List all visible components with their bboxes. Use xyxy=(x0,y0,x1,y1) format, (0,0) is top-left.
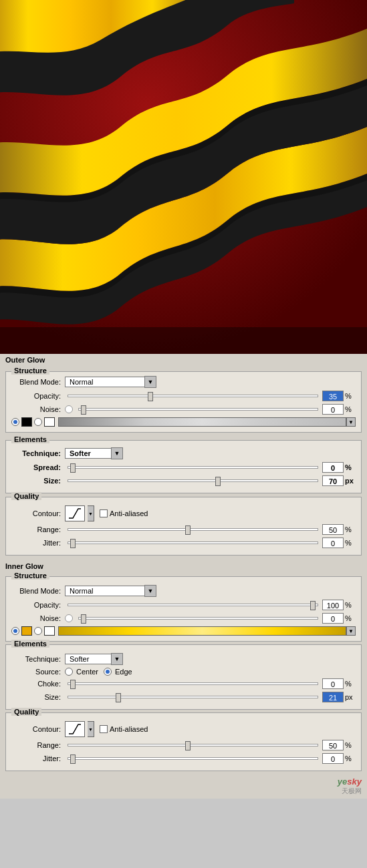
inner-glow-quality-label: Quality xyxy=(11,708,41,716)
inner-glow-opacity-row: Opacity: 100 % xyxy=(11,600,356,610)
edge-radio[interactable] xyxy=(104,668,112,676)
jitter-slider[interactable] xyxy=(68,541,318,544)
watermark-sky: sky xyxy=(347,777,362,787)
inner-technique-arrow[interactable]: ▼ xyxy=(111,653,123,665)
inner-noise-slider[interactable] xyxy=(78,617,318,620)
gradient-arrow-inner[interactable]: ▼ xyxy=(346,626,356,636)
opacity-value[interactable]: 35 xyxy=(322,391,344,401)
outer-glow-technique-row: Technique: Softer ▼ xyxy=(11,447,356,459)
outer-glow-structure-label: Structure xyxy=(11,367,49,375)
inner-range-unit: % xyxy=(345,741,356,749)
color-swatch-white[interactable] xyxy=(44,417,55,427)
inner-glow-structure-label: Structure xyxy=(11,572,49,580)
inner-technique-value[interactable]: Softer xyxy=(65,654,112,664)
center-radio-group[interactable]: Center xyxy=(65,668,98,676)
spread-value[interactable]: 0 xyxy=(322,462,344,473)
contour-label: Contour: xyxy=(11,509,65,517)
inner-jitter-unit: % xyxy=(345,754,356,763)
inner-jitter-slider[interactable] xyxy=(68,757,318,760)
noise-value[interactable]: 0 xyxy=(322,404,344,415)
inner-contour-arrow[interactable]: ▼ xyxy=(88,721,94,737)
technique-dropdown-wrapper[interactable]: Softer ▼ xyxy=(65,447,123,459)
inner-size-slider[interactable] xyxy=(68,696,318,698)
inner-glow-blend-mode-row: Blend Mode: Normal ▼ xyxy=(11,585,356,597)
anti-aliased-checkbox[interactable] xyxy=(100,509,108,517)
inner-color-radio-1[interactable] xyxy=(11,627,19,635)
outer-glow-color-row: ▼ xyxy=(11,417,356,427)
inner-opacity-slider[interactable] xyxy=(68,604,318,606)
inner-color-radio-2[interactable] xyxy=(34,627,42,635)
inner-glow-source-row: Source: Center Edge xyxy=(11,668,356,676)
inner-noise-label: Noise: xyxy=(11,614,65,622)
range-unit: % xyxy=(345,525,356,533)
inner-anti-aliased-checkbox[interactable] xyxy=(100,725,108,733)
spread-slider[interactable] xyxy=(68,466,318,469)
inner-jitter-label: Jitter: xyxy=(11,754,65,763)
choke-value[interactable]: 0 xyxy=(322,678,344,689)
contour-control[interactable]: ▼ xyxy=(65,505,94,521)
svg-rect-1 xyxy=(0,327,367,354)
inner-opacity-unit: % xyxy=(345,601,356,609)
jitter-value[interactable]: 0 xyxy=(322,537,344,548)
gradient-arrow-outer[interactable]: ▼ xyxy=(346,417,356,427)
inner-blend-mode-value[interactable]: Normal xyxy=(65,586,145,596)
outer-glow-noise-row: Noise: 0 % xyxy=(11,404,356,415)
technique-arrow[interactable]: ▼ xyxy=(111,447,123,459)
range-slider[interactable] xyxy=(68,528,318,531)
watermark-area: yesky 天极网 xyxy=(0,774,367,799)
inner-color-swatch-white[interactable] xyxy=(44,626,55,636)
inner-glow-structure-group: Structure Blend Mode: Normal ▼ Opacity: … xyxy=(5,576,362,642)
size-label: Size: xyxy=(11,477,65,485)
gradient-bar-outer[interactable] xyxy=(58,417,346,427)
outer-glow-blend-mode-row: Blend Mode: Normal ▼ xyxy=(11,376,356,388)
noise-slider[interactable] xyxy=(78,408,318,411)
color-radio-1[interactable] xyxy=(11,418,19,426)
inner-noise-value[interactable]: 0 xyxy=(322,613,344,624)
center-radio[interactable] xyxy=(65,668,73,676)
inner-color-swatch-gold[interactable] xyxy=(21,626,32,636)
inner-glow-choke-row: Choke: 0 % xyxy=(11,678,356,689)
size-value[interactable]: 70 xyxy=(322,475,344,486)
noise-icon xyxy=(65,405,73,413)
inner-opacity-value[interactable]: 100 xyxy=(322,600,344,610)
size-slider[interactable] xyxy=(68,479,318,482)
outer-glow-range-row: Range: 50 % xyxy=(11,524,356,535)
size-unit: px xyxy=(345,477,356,485)
inner-size-unit: px xyxy=(345,693,356,701)
blend-mode-dropdown-wrapper[interactable]: Normal ▼ xyxy=(65,376,156,388)
inner-technique-dropdown[interactable]: Softer ▼ xyxy=(65,653,123,665)
inner-blend-mode-dropdown[interactable]: Normal ▼ xyxy=(65,585,156,597)
inner-size-value[interactable]: 21 xyxy=(322,692,344,702)
range-value[interactable]: 50 xyxy=(322,524,344,535)
inner-range-slider[interactable] xyxy=(68,744,318,746)
center-label: Center xyxy=(76,668,98,676)
opacity-slider[interactable] xyxy=(68,395,318,397)
technique-value[interactable]: Softer xyxy=(65,448,112,459)
blend-mode-arrow[interactable]: ▼ xyxy=(144,376,156,388)
inner-contour-control[interactable]: ▼ xyxy=(65,721,94,737)
edge-radio-group[interactable]: Edge xyxy=(104,668,132,676)
contour-arrow[interactable]: ▼ xyxy=(88,505,94,521)
color-radio-2[interactable] xyxy=(34,418,42,426)
anti-aliased-wrapper[interactable]: Anti-aliased xyxy=(100,509,148,517)
inner-jitter-value[interactable]: 0 xyxy=(322,753,344,764)
inner-anti-aliased-wrapper[interactable]: Anti-aliased xyxy=(100,725,148,733)
outer-glow-elements-label: Elements xyxy=(11,435,49,443)
blend-mode-label: Blend Mode: xyxy=(11,378,65,386)
inner-blend-mode-arrow[interactable]: ▼ xyxy=(144,585,156,597)
color-swatch-black[interactable] xyxy=(21,417,32,427)
blend-mode-value[interactable]: Normal xyxy=(65,377,145,387)
outer-glow-spread-row: Spread: 0 % xyxy=(11,462,356,473)
inner-range-value[interactable]: 50 xyxy=(322,740,344,750)
inner-anti-aliased-label: Anti-aliased xyxy=(110,725,148,733)
watermark-yesky: ye xyxy=(338,777,347,787)
inner-glow-noise-row: Noise: 0 % xyxy=(11,613,356,624)
gradient-bar-inner[interactable] xyxy=(58,626,346,636)
outer-glow-quality-group: Quality Contour: ▼ Anti-aliased xyxy=(5,497,362,556)
choke-slider[interactable] xyxy=(68,682,318,685)
inner-contour-thumbnail[interactable] xyxy=(65,721,85,737)
outer-glow-jitter-row: Jitter: 0 % xyxy=(11,537,356,548)
contour-thumbnail[interactable] xyxy=(65,505,85,521)
inner-technique-label: Technique: xyxy=(11,655,65,663)
opacity-label: Opacity: xyxy=(11,392,65,400)
